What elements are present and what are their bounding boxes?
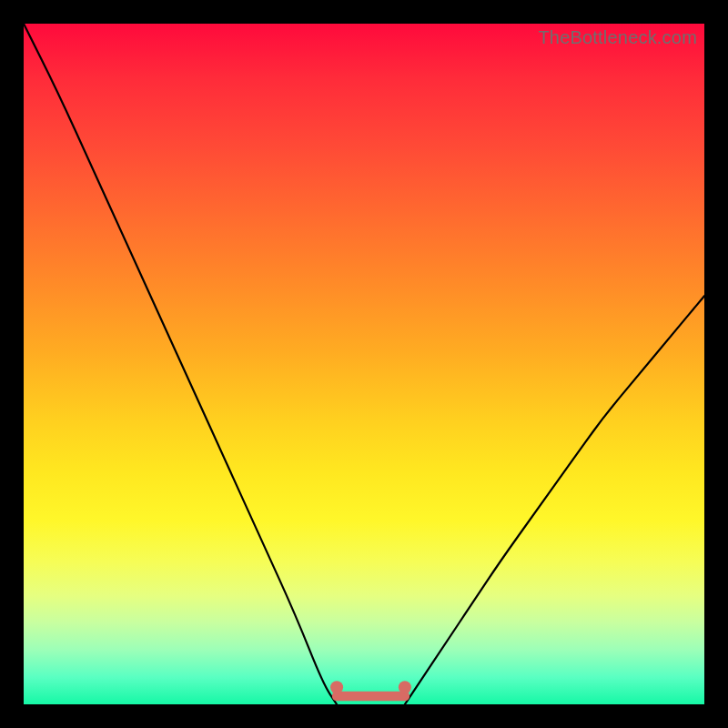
chart-frame: TheBottleneck.com	[0, 0, 728, 728]
curve-right-branch	[405, 296, 704, 704]
curves-svg	[24, 24, 704, 704]
curve-left-branch	[24, 24, 337, 704]
watermark-text: TheBottleneck.com	[538, 27, 697, 48]
plot-area: TheBottleneck.com	[24, 24, 704, 704]
bottom-dot-1	[399, 681, 411, 693]
bottom-dot-0	[330, 681, 343, 693]
